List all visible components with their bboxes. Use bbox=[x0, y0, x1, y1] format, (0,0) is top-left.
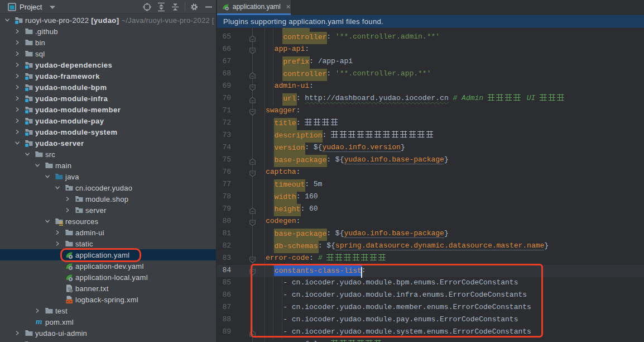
svg-text:<>: <> bbox=[67, 300, 72, 304]
